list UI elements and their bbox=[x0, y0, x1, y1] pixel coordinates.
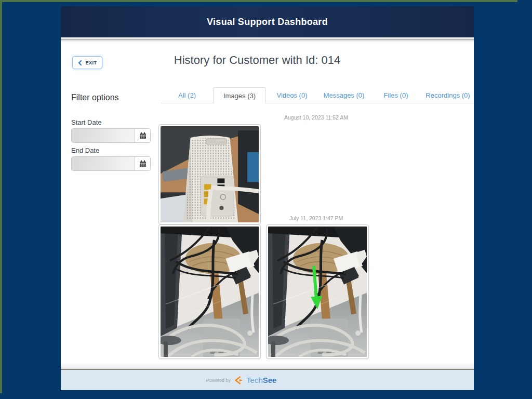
history-tabs: All (2) Images (3) Videos (0) Messages (… bbox=[161, 87, 474, 103]
tab-files[interactable]: Files (0) bbox=[370, 87, 422, 103]
app-title: Visual Support Dashboard bbox=[207, 17, 328, 28]
cables-under-desk-photo[interactable] bbox=[158, 224, 261, 359]
start-date-field-group bbox=[71, 128, 151, 143]
tab-images[interactable]: Images (3) bbox=[213, 87, 266, 103]
powered-by-label: Powered by bbox=[206, 378, 231, 383]
end-date-calendar-button[interactable] bbox=[135, 157, 150, 170]
app-header: Visual Support Dashboard bbox=[61, 6, 474, 37]
image-gallery: August 10, 2023 11:52 AM July 11, 2023 1… bbox=[158, 110, 474, 368]
tab-recordings[interactable]: Recordings (0) bbox=[422, 87, 474, 103]
cables-under-desk-annotated-photo[interactable] bbox=[266, 224, 369, 359]
tab-messages[interactable]: Messages (0) bbox=[318, 87, 370, 103]
chevron-left-icon bbox=[77, 60, 83, 66]
group-timestamp: August 10, 2023 11:52 AM bbox=[158, 114, 474, 121]
filter-options-title: Filter options bbox=[71, 93, 119, 102]
end-date-field-group bbox=[71, 156, 151, 171]
start-date-input[interactable] bbox=[72, 129, 135, 142]
calendar-icon bbox=[139, 160, 147, 167]
header-divider bbox=[61, 37, 474, 42]
group-timestamp: July 11, 2023 1:47 PM bbox=[158, 215, 474, 221]
page-title: History for Customer with Id: 014 bbox=[94, 54, 421, 67]
calendar-icon bbox=[139, 132, 147, 139]
tab-videos[interactable]: Videos (0) bbox=[266, 87, 318, 103]
powered-by-group: Powered by TechSee bbox=[206, 376, 277, 385]
end-date-label: End Date bbox=[71, 147, 99, 154]
end-date-input[interactable] bbox=[72, 157, 135, 170]
start-date-label: Start Date bbox=[71, 118, 102, 126]
desktop-background: { "header": { "title": "Visual Support D… bbox=[0, 0, 532, 399]
start-date-calendar-button[interactable] bbox=[135, 129, 150, 142]
main-content: EXIT History for Customer with Id: 014 F… bbox=[61, 42, 474, 369]
techsee-brand-name: TechSee bbox=[246, 376, 276, 384]
frame-top-strip bbox=[0, 0, 517, 2]
techsee-logo-icon bbox=[234, 376, 243, 385]
tab-all[interactable]: All (2) bbox=[161, 87, 213, 103]
app-footer: Powered by TechSee bbox=[61, 370, 474, 390]
dashboard-window: Visual Support Dashboard EXIT History fo… bbox=[61, 6, 474, 390]
frame-left-strip bbox=[0, 0, 2, 393]
router-back-photo[interactable] bbox=[158, 124, 261, 224]
